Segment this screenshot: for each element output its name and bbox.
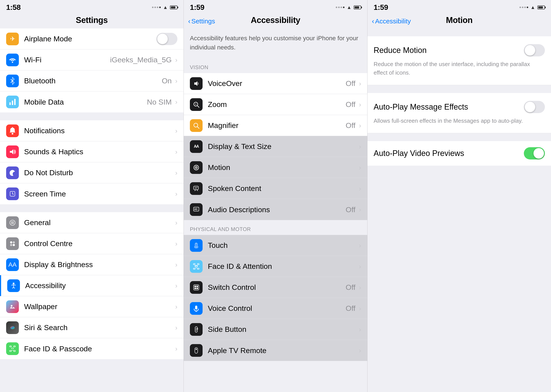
mobile-data-value: No SIM › <box>147 98 177 106</box>
list-item-accessibility[interactable]: Accessibility › <box>0 275 183 296</box>
list-item-notifications[interactable]: Notifications › <box>0 120 183 141</box>
accessibility-content: Accessibility › <box>25 281 177 290</box>
mobile-data-label: Mobile Data <box>24 98 64 106</box>
auto-play-effects-toggle[interactable] <box>524 101 545 113</box>
screen-time-content: Screen Time › <box>24 190 177 198</box>
auto-play-effects-description: Allows full-screen effects in the Messag… <box>374 117 545 125</box>
list-item-touch[interactable]: Touch › <box>184 235 367 256</box>
list-item-magnifier[interactable]: Magnifier Off › <box>184 115 367 136</box>
do-not-disturb-icon <box>6 167 19 179</box>
wifi-icon-right: ▲ <box>530 5 535 10</box>
list-item-apple-tv-remote[interactable]: Apple TV Remote › <box>184 340 367 361</box>
wifi-icon-mid: ▲ <box>347 5 351 10</box>
face-id-attention-icon <box>190 260 203 273</box>
list-item-spoken-content[interactable]: Spoken Content › <box>184 178 367 199</box>
svg-rect-42 <box>193 268 195 269</box>
status-icons-left: ▲ <box>152 5 177 10</box>
back-chevron-icon: ‹ <box>188 17 190 25</box>
control-centre-content: Control Centre › <box>24 239 177 248</box>
switch-control-chevron: › <box>359 284 361 291</box>
svg-line-28 <box>197 106 199 107</box>
svg-rect-5 <box>12 127 13 128</box>
motion-section: Reduce Motion Reduce the motion of the u… <box>368 36 551 85</box>
svg-rect-52 <box>195 306 197 309</box>
status-time-mid: 1:59 <box>190 3 204 12</box>
voice-control-icon <box>190 302 203 315</box>
audio-descriptions-chevron: › <box>359 206 361 213</box>
list-item-do-not-disturb[interactable]: Do Not Disturb › <box>0 162 183 183</box>
list-item-bluetooth[interactable]: Bluetooth On › <box>0 70 183 91</box>
list-item-mobile-data[interactable]: Mobile Data No SIM › <box>0 91 183 112</box>
side-button-content: Side Button › <box>208 325 361 334</box>
list-item-wifi[interactable]: Wi-Fi iGeeks_Media_5G › <box>0 49 183 70</box>
list-item-display-brightness[interactable]: AA Display & Brightness › <box>0 254 183 275</box>
physical-group: Touch › <box>184 235 367 361</box>
voiceover-label: VoiceOver <box>208 79 242 88</box>
sounds-content: Sounds & Haptics › <box>24 147 177 156</box>
signal-icon-right <box>520 7 528 8</box>
face-id-icon <box>6 342 19 355</box>
list-item-screen-time[interactable]: Screen Time › <box>0 183 183 204</box>
voiceover-value: Off › <box>346 79 361 88</box>
list-item-motion[interactable]: Motion › <box>184 157 367 178</box>
voice-control-label: Voice Control <box>208 304 252 313</box>
display-text-size-icon: AA <box>190 140 203 153</box>
status-time-left: 1:58 <box>6 3 21 12</box>
list-item-voiceover[interactable]: VoiceOver Off › <box>184 73 367 94</box>
list-item-face-id-attention[interactable]: Face ID & Attention › <box>184 256 367 277</box>
airplane-mode-label: Airplane Mode <box>24 35 72 43</box>
list-item-general[interactable]: General › <box>0 212 183 233</box>
svg-point-45 <box>197 266 197 266</box>
audio-descriptions-label: Audio Descriptions <box>208 205 270 214</box>
motion-nav-bar: ‹ Accessibility Motion <box>368 14 551 28</box>
auto-play-effects-row: Auto-Play Message Effects <box>374 101 545 113</box>
accessibility-back-button[interactable]: ‹ Accessibility <box>372 17 411 25</box>
display-text-size-chevron: › <box>359 143 361 150</box>
status-bar-right: 1:59 ▲ <box>368 0 551 14</box>
list-item-wallpaper[interactable]: Wallpaper › <box>0 296 183 317</box>
list-item-airplane-mode[interactable]: ✈ Airplane Mode <box>0 28 183 49</box>
motion-menu-content: Motion › <box>208 163 361 172</box>
list-item-switch-control[interactable]: Switch Control Off › <box>184 277 367 298</box>
list-item-audio-descriptions[interactable]: AD Audio Descriptions Off › <box>184 199 367 220</box>
wifi-settings-icon <box>6 54 19 66</box>
siri-content: Siri & Search › <box>24 323 177 332</box>
svg-rect-34 <box>194 186 198 190</box>
list-item-control-centre[interactable]: Control Centre › <box>0 233 183 254</box>
svg-point-11 <box>10 241 12 244</box>
svg-rect-20 <box>10 350 11 351</box>
settings-back-button[interactable]: ‹ Settings <box>188 17 215 25</box>
apple-tv-remote-label: Apple TV Remote <box>208 346 267 355</box>
list-item-display-text-size[interactable]: AA Display & Text Size › <box>184 136 367 157</box>
svg-line-9 <box>13 194 14 195</box>
back-chevron-right-icon: ‹ <box>372 17 374 25</box>
list-item-voice-control[interactable]: Voice Control Off › <box>184 298 367 319</box>
voice-control-chevron: › <box>359 305 361 312</box>
display-brightness-content: Display & Brightness › <box>24 260 177 269</box>
svg-rect-1 <box>9 102 11 105</box>
physical-section-header: PHYSICAL AND MOTOR <box>184 220 367 235</box>
list-item-sounds[interactable]: Sounds & Haptics › <box>0 141 183 162</box>
reduce-motion-toggle[interactable] <box>524 44 545 56</box>
switch-control-content: Switch Control Off › <box>208 283 361 292</box>
svg-rect-47 <box>194 285 199 290</box>
magnifier-chevron: › <box>359 122 361 129</box>
face-id-attention-label: Face ID & Attention <box>208 262 272 271</box>
mobile-data-chevron: › <box>175 98 177 106</box>
accessibility-chevron: › <box>175 282 177 289</box>
do-not-disturb-label: Do Not Disturb <box>24 168 73 177</box>
list-item-side-button[interactable]: Side Button › <box>184 319 367 340</box>
apple-tv-remote-content: Apple TV Remote › <box>208 346 361 355</box>
list-item-zoom[interactable]: Zoom Off › <box>184 94 367 115</box>
settings-group-1: ✈ Airplane Mode Wi-Fi <box>0 28 183 112</box>
mobile-data-icon <box>6 96 19 108</box>
face-id-attention-chevron: › <box>359 263 361 270</box>
list-item-siri-search[interactable]: Siri & Search › <box>0 317 183 338</box>
airplane-mode-toggle[interactable] <box>156 33 177 45</box>
zoom-icon <box>190 98 203 111</box>
face-id-label: Face ID & Passcode <box>24 344 92 353</box>
svg-point-4 <box>12 133 13 134</box>
touch-label: Touch <box>208 241 228 250</box>
auto-play-previews-toggle[interactable] <box>524 147 545 160</box>
list-item-face-id[interactable]: Face ID & Passcode › <box>0 338 183 359</box>
